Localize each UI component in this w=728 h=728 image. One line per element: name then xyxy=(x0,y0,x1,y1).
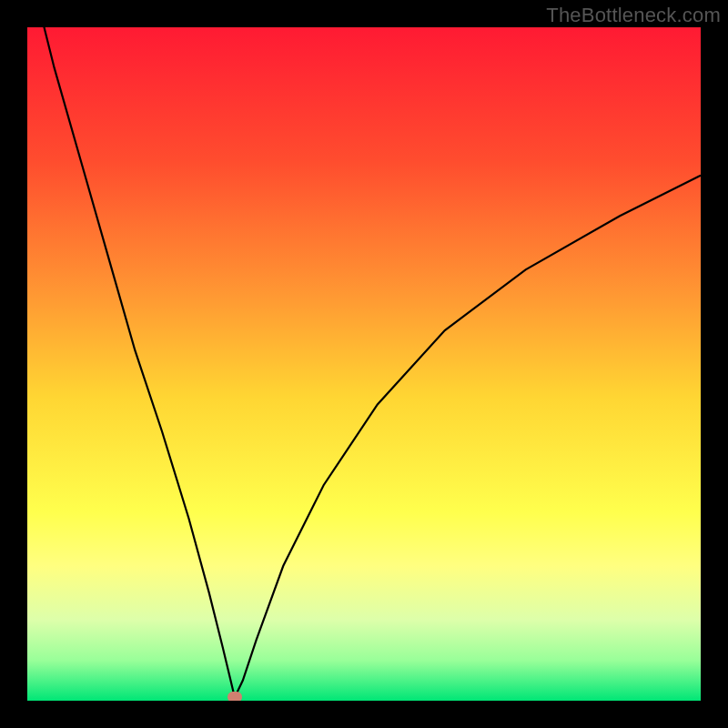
plot-area xyxy=(27,27,701,701)
bottleneck-curve xyxy=(27,27,701,701)
watermark-text: TheBottleneck.com xyxy=(546,4,721,27)
minimum-marker xyxy=(228,692,242,701)
chart-frame: TheBottleneck.com xyxy=(0,0,728,728)
